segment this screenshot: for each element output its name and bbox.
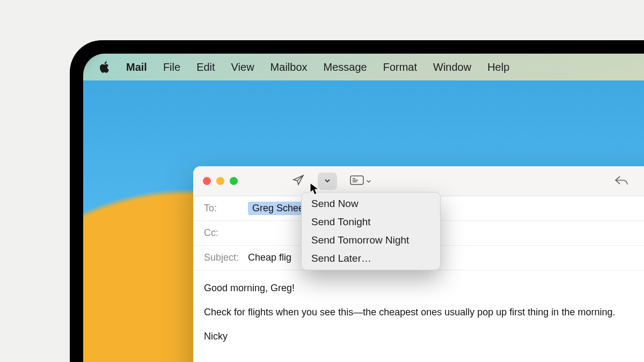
menubar-item-message[interactable]: Message [324, 61, 367, 73]
window-zoom-button[interactable] [230, 177, 238, 185]
menubar-item-mailbox[interactable]: Mailbox [270, 61, 308, 73]
laptop-bezel: Mail File Edit View Mailbox Message Form… [70, 40, 644, 362]
menubar-app-name[interactable]: Mail [126, 61, 147, 73]
menu-item-send-tonight[interactable]: Send Tonight [302, 213, 440, 231]
menubar-item-format[interactable]: Format [383, 61, 417, 73]
menu-item-send-tomorrow-night[interactable]: Send Tomorrow Night [302, 231, 440, 249]
window-close-button[interactable] [203, 177, 211, 185]
menu-item-send-later[interactable]: Send Later… [302, 249, 440, 268]
apple-logo-icon[interactable] [99, 61, 110, 73]
send-options-menu: Send Now Send Tonight Send Tomorrow Nigh… [301, 192, 441, 270]
header-fields-button[interactable] [347, 173, 375, 190]
message-body[interactable]: Good morning, Greg! Check for flights wh… [193, 270, 644, 344]
menu-item-send-now[interactable]: Send Now [302, 195, 440, 213]
body-signoff: Nicky [204, 329, 644, 344]
paper-plane-icon [292, 174, 305, 189]
send-button[interactable] [289, 173, 308, 190]
menubar-item-help[interactable]: Help [487, 61, 509, 73]
chevron-down-small-icon [324, 176, 331, 186]
send-menu-button[interactable] [318, 173, 337, 190]
chevron-down-icon [366, 176, 371, 186]
window-minimize-button[interactable] [216, 177, 224, 185]
menubar-item-view[interactable]: View [231, 61, 254, 73]
body-line-1: Good morning, Greg! [204, 281, 644, 295]
reply-button[interactable] [612, 173, 631, 190]
cc-label: Cc: [204, 227, 248, 239]
menubar: Mail File Edit View Mailbox Message Form… [83, 54, 644, 80]
to-label: To: [204, 203, 248, 214]
body-line-2: Check for flights when you see this—the … [204, 305, 644, 320]
header-fields-icon [350, 175, 364, 188]
subject-value: Cheap flig [248, 252, 291, 263]
reply-icon [614, 174, 629, 188]
menubar-item-window[interactable]: Window [433, 61, 471, 73]
menubar-item-edit[interactable]: Edit [196, 61, 215, 73]
menubar-item-file[interactable]: File [163, 61, 180, 73]
subject-label: Subject: [204, 252, 248, 263]
